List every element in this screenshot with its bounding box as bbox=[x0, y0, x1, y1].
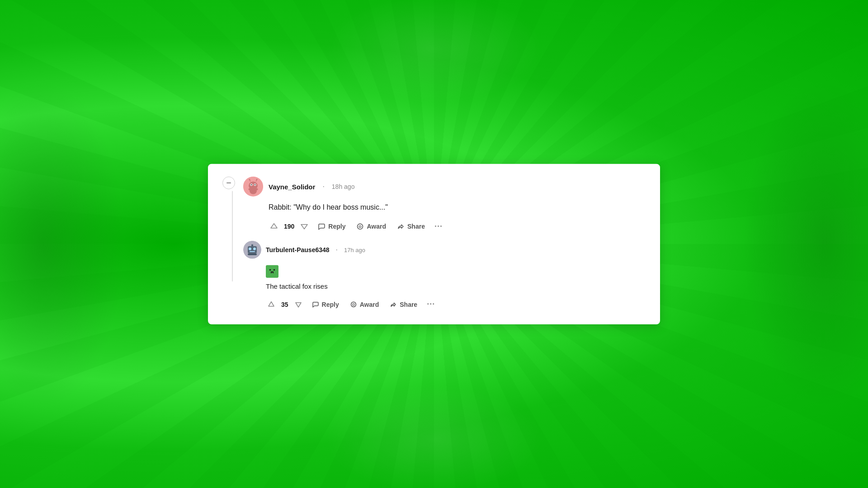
award-button-1[interactable]: Award bbox=[352, 220, 391, 233]
share-button-2[interactable]: Share bbox=[385, 298, 422, 310]
avatar-2 bbox=[243, 241, 261, 259]
comment-card: Vayne_Solidor · 18h ago Rabbit: "Why do … bbox=[208, 164, 660, 324]
svg-point-13 bbox=[255, 188, 258, 190]
timestamp-2: 17h ago bbox=[344, 246, 365, 253]
separator-1: · bbox=[322, 183, 324, 191]
svg-point-18 bbox=[253, 248, 256, 250]
comment-1-header: Vayne_Solidor · 18h ago bbox=[243, 177, 646, 197]
svg-rect-19 bbox=[250, 251, 255, 252]
svg-point-28 bbox=[351, 302, 356, 307]
username-1[interactable]: Vayne_Solidor bbox=[269, 183, 315, 190]
comment-body-1: Rabbit: "Why do I hear boss music..." bbox=[269, 202, 646, 213]
vote-count-2: 35 bbox=[279, 300, 290, 308]
award-button-2[interactable]: Award bbox=[345, 298, 384, 310]
svg-rect-26 bbox=[271, 272, 272, 273]
comment-actions-1: 190 Reply bbox=[267, 219, 646, 234]
reply-header: Turbulent-Pause6348 · 17h ago bbox=[243, 241, 646, 259]
comment-1: Vayne_Solidor · 18h ago Rabbit: "Why do … bbox=[222, 177, 646, 312]
comment-actions-2: 35 Repl bbox=[264, 297, 646, 311]
more-button-2[interactable]: ··· bbox=[424, 297, 438, 311]
svg-point-14 bbox=[358, 224, 363, 229]
downvote-button-1[interactable] bbox=[297, 219, 311, 234]
upvote-button-2[interactable] bbox=[264, 297, 278, 311]
comment-1-top: Vayne_Solidor · 18h ago Rabbit: "Why do … bbox=[222, 177, 646, 312]
thread-line-1 bbox=[232, 191, 233, 282]
reply-button-1[interactable]: Reply bbox=[313, 220, 350, 233]
reply-content: Turbulent-Pause6348 · 17h ago bbox=[243, 241, 646, 312]
comment-body-2: The tactical fox rises bbox=[266, 282, 646, 292]
svg-rect-24 bbox=[274, 269, 275, 271]
downvote-button-2[interactable] bbox=[291, 297, 306, 311]
avatar-1 bbox=[243, 177, 263, 197]
vote-count-1: 190 bbox=[282, 223, 296, 230]
timestamp-1: 18h ago bbox=[332, 183, 355, 190]
svg-point-12 bbox=[249, 188, 252, 190]
reply-area: Turbulent-Pause6348 · 17h ago bbox=[243, 241, 646, 312]
svg-rect-20 bbox=[251, 244, 253, 247]
svg-point-5 bbox=[251, 184, 252, 185]
comment-1-main: Vayne_Solidor · 18h ago Rabbit: "Why do … bbox=[243, 177, 646, 312]
svg-point-10 bbox=[256, 179, 258, 180]
more-button-1[interactable]: ··· bbox=[431, 219, 446, 234]
svg-rect-21 bbox=[248, 253, 257, 255]
collapse-button-1[interactable] bbox=[222, 177, 235, 189]
emoji-badge bbox=[266, 265, 278, 278]
svg-rect-23 bbox=[269, 269, 271, 271]
svg-rect-25 bbox=[271, 272, 274, 272]
separator-2: · bbox=[336, 246, 338, 254]
svg-point-17 bbox=[249, 248, 251, 250]
username-2[interactable]: Turbulent-Pause6348 bbox=[266, 246, 330, 253]
reply-button-2[interactable]: Reply bbox=[307, 298, 344, 310]
svg-rect-27 bbox=[273, 272, 274, 273]
upvote-button-1[interactable] bbox=[267, 219, 281, 234]
vote-section-1: 190 bbox=[267, 219, 311, 234]
svg-point-6 bbox=[255, 184, 255, 185]
svg-point-8 bbox=[249, 179, 250, 180]
share-button-1[interactable]: Share bbox=[392, 220, 429, 233]
vote-section-2: 35 bbox=[264, 297, 306, 311]
